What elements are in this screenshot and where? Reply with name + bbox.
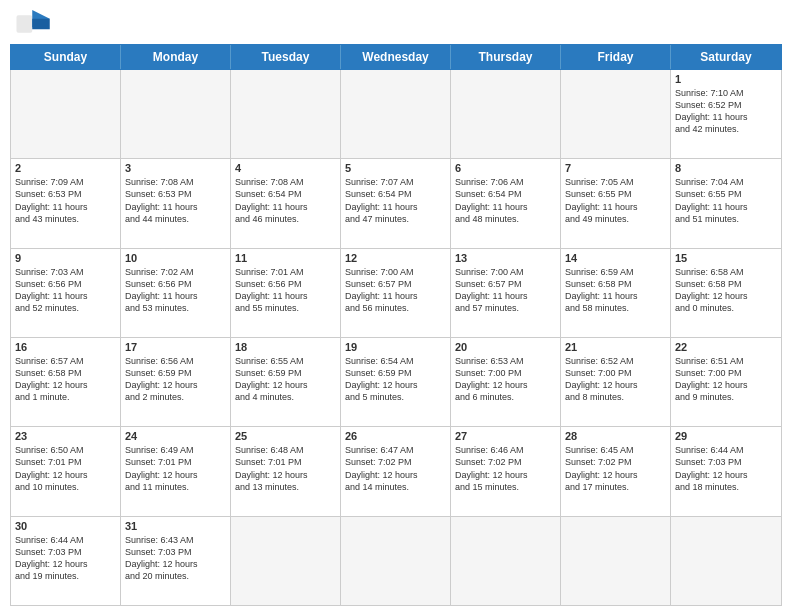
calendar-cell: 7Sunrise: 7:05 AM Sunset: 6:55 PM Daylig… bbox=[561, 159, 671, 247]
day-info: Sunrise: 6:47 AM Sunset: 7:02 PM Dayligh… bbox=[345, 444, 446, 493]
day-info: Sunrise: 7:10 AM Sunset: 6:52 PM Dayligh… bbox=[675, 87, 777, 136]
calendar-cell: 13Sunrise: 7:00 AM Sunset: 6:57 PM Dayli… bbox=[451, 249, 561, 337]
calendar-cell: 2Sunrise: 7:09 AM Sunset: 6:53 PM Daylig… bbox=[11, 159, 121, 247]
calendar-cell: 18Sunrise: 6:55 AM Sunset: 6:59 PM Dayli… bbox=[231, 338, 341, 426]
day-info: Sunrise: 7:06 AM Sunset: 6:54 PM Dayligh… bbox=[455, 176, 556, 225]
day-number: 10 bbox=[125, 252, 226, 264]
day-info: Sunrise: 6:55 AM Sunset: 6:59 PM Dayligh… bbox=[235, 355, 336, 404]
day-info: Sunrise: 7:03 AM Sunset: 6:56 PM Dayligh… bbox=[15, 266, 116, 315]
day-info: Sunrise: 6:43 AM Sunset: 7:03 PM Dayligh… bbox=[125, 534, 226, 583]
day-number: 6 bbox=[455, 162, 556, 174]
day-info: Sunrise: 7:00 AM Sunset: 6:57 PM Dayligh… bbox=[455, 266, 556, 315]
calendar-cell: 21Sunrise: 6:52 AM Sunset: 7:00 PM Dayli… bbox=[561, 338, 671, 426]
day-number: 22 bbox=[675, 341, 777, 353]
calendar-cell bbox=[341, 70, 451, 158]
calendar-cell: 30Sunrise: 6:44 AM Sunset: 7:03 PM Dayli… bbox=[11, 517, 121, 605]
day-info: Sunrise: 7:07 AM Sunset: 6:54 PM Dayligh… bbox=[345, 176, 446, 225]
weekday-header: Monday bbox=[121, 45, 231, 69]
day-number: 17 bbox=[125, 341, 226, 353]
day-number: 27 bbox=[455, 430, 556, 442]
calendar-cell: 4Sunrise: 7:08 AM Sunset: 6:54 PM Daylig… bbox=[231, 159, 341, 247]
calendar-cell bbox=[121, 70, 231, 158]
calendar-row: 9Sunrise: 7:03 AM Sunset: 6:56 PM Daylig… bbox=[11, 248, 781, 337]
calendar-cell bbox=[561, 517, 671, 605]
calendar-row: 16Sunrise: 6:57 AM Sunset: 6:58 PM Dayli… bbox=[11, 337, 781, 426]
day-number: 25 bbox=[235, 430, 336, 442]
day-number: 4 bbox=[235, 162, 336, 174]
calendar-row: 30Sunrise: 6:44 AM Sunset: 7:03 PM Dayli… bbox=[11, 516, 781, 605]
day-info: Sunrise: 6:48 AM Sunset: 7:01 PM Dayligh… bbox=[235, 444, 336, 493]
calendar-cell: 3Sunrise: 7:08 AM Sunset: 6:53 PM Daylig… bbox=[121, 159, 231, 247]
day-number: 3 bbox=[125, 162, 226, 174]
calendar-cell: 22Sunrise: 6:51 AM Sunset: 7:00 PM Dayli… bbox=[671, 338, 781, 426]
day-info: Sunrise: 6:50 AM Sunset: 7:01 PM Dayligh… bbox=[15, 444, 116, 493]
day-number: 14 bbox=[565, 252, 666, 264]
day-info: Sunrise: 6:44 AM Sunset: 7:03 PM Dayligh… bbox=[675, 444, 777, 493]
calendar-cell: 5Sunrise: 7:07 AM Sunset: 6:54 PM Daylig… bbox=[341, 159, 451, 247]
day-number: 26 bbox=[345, 430, 446, 442]
day-number: 29 bbox=[675, 430, 777, 442]
day-info: Sunrise: 6:59 AM Sunset: 6:58 PM Dayligh… bbox=[565, 266, 666, 315]
day-info: Sunrise: 7:04 AM Sunset: 6:55 PM Dayligh… bbox=[675, 176, 777, 225]
calendar-cell bbox=[561, 70, 671, 158]
day-number: 23 bbox=[15, 430, 116, 442]
calendar-cell: 10Sunrise: 7:02 AM Sunset: 6:56 PM Dayli… bbox=[121, 249, 231, 337]
calendar-cell: 19Sunrise: 6:54 AM Sunset: 6:59 PM Dayli… bbox=[341, 338, 451, 426]
logo bbox=[16, 10, 56, 38]
day-number: 31 bbox=[125, 520, 226, 532]
calendar-cell bbox=[231, 70, 341, 158]
svg-rect-0 bbox=[17, 15, 33, 33]
day-info: Sunrise: 6:56 AM Sunset: 6:59 PM Dayligh… bbox=[125, 355, 226, 404]
weekday-header: Thursday bbox=[451, 45, 561, 69]
calendar-cell: 25Sunrise: 6:48 AM Sunset: 7:01 PM Dayli… bbox=[231, 427, 341, 515]
calendar-cell: 31Sunrise: 6:43 AM Sunset: 7:03 PM Dayli… bbox=[121, 517, 231, 605]
day-info: Sunrise: 6:44 AM Sunset: 7:03 PM Dayligh… bbox=[15, 534, 116, 583]
day-number: 21 bbox=[565, 341, 666, 353]
calendar-cell: 11Sunrise: 7:01 AM Sunset: 6:56 PM Dayli… bbox=[231, 249, 341, 337]
calendar-cell: 23Sunrise: 6:50 AM Sunset: 7:01 PM Dayli… bbox=[11, 427, 121, 515]
day-number: 13 bbox=[455, 252, 556, 264]
calendar-cell: 15Sunrise: 6:58 AM Sunset: 6:58 PM Dayli… bbox=[671, 249, 781, 337]
calendar-row: 23Sunrise: 6:50 AM Sunset: 7:01 PM Dayli… bbox=[11, 426, 781, 515]
day-number: 5 bbox=[345, 162, 446, 174]
day-info: Sunrise: 6:52 AM Sunset: 7:00 PM Dayligh… bbox=[565, 355, 666, 404]
calendar-header: SundayMondayTuesdayWednesdayThursdayFrid… bbox=[10, 44, 782, 70]
calendar-row: 1Sunrise: 7:10 AM Sunset: 6:52 PM Daylig… bbox=[11, 70, 781, 158]
day-info: Sunrise: 7:09 AM Sunset: 6:53 PM Dayligh… bbox=[15, 176, 116, 225]
calendar-cell: 20Sunrise: 6:53 AM Sunset: 7:00 PM Dayli… bbox=[451, 338, 561, 426]
day-info: Sunrise: 6:53 AM Sunset: 7:00 PM Dayligh… bbox=[455, 355, 556, 404]
calendar-cell bbox=[231, 517, 341, 605]
calendar-cell: 14Sunrise: 6:59 AM Sunset: 6:58 PM Dayli… bbox=[561, 249, 671, 337]
calendar-cell: 24Sunrise: 6:49 AM Sunset: 7:01 PM Dayli… bbox=[121, 427, 231, 515]
calendar-row: 2Sunrise: 7:09 AM Sunset: 6:53 PM Daylig… bbox=[11, 158, 781, 247]
calendar: SundayMondayTuesdayWednesdayThursdayFrid… bbox=[0, 44, 792, 612]
day-info: Sunrise: 7:00 AM Sunset: 6:57 PM Dayligh… bbox=[345, 266, 446, 315]
calendar-cell: 9Sunrise: 7:03 AM Sunset: 6:56 PM Daylig… bbox=[11, 249, 121, 337]
weekday-header: Sunday bbox=[11, 45, 121, 69]
day-info: Sunrise: 6:51 AM Sunset: 7:00 PM Dayligh… bbox=[675, 355, 777, 404]
day-number: 9 bbox=[15, 252, 116, 264]
calendar-body: 1Sunrise: 7:10 AM Sunset: 6:52 PM Daylig… bbox=[10, 70, 782, 606]
svg-marker-2 bbox=[32, 19, 50, 30]
calendar-cell bbox=[341, 517, 451, 605]
weekday-header: Saturday bbox=[671, 45, 781, 69]
day-info: Sunrise: 7:05 AM Sunset: 6:55 PM Dayligh… bbox=[565, 176, 666, 225]
weekday-header: Tuesday bbox=[231, 45, 341, 69]
day-number: 24 bbox=[125, 430, 226, 442]
header bbox=[0, 0, 792, 44]
day-info: Sunrise: 6:49 AM Sunset: 7:01 PM Dayligh… bbox=[125, 444, 226, 493]
day-number: 1 bbox=[675, 73, 777, 85]
calendar-cell bbox=[11, 70, 121, 158]
page: SundayMondayTuesdayWednesdayThursdayFrid… bbox=[0, 0, 792, 612]
weekday-header: Wednesday bbox=[341, 45, 451, 69]
day-number: 20 bbox=[455, 341, 556, 353]
day-number: 30 bbox=[15, 520, 116, 532]
logo-icon bbox=[16, 10, 52, 38]
day-number: 19 bbox=[345, 341, 446, 353]
day-info: Sunrise: 7:08 AM Sunset: 6:53 PM Dayligh… bbox=[125, 176, 226, 225]
calendar-cell: 29Sunrise: 6:44 AM Sunset: 7:03 PM Dayli… bbox=[671, 427, 781, 515]
calendar-cell: 1Sunrise: 7:10 AM Sunset: 6:52 PM Daylig… bbox=[671, 70, 781, 158]
day-number: 12 bbox=[345, 252, 446, 264]
day-number: 11 bbox=[235, 252, 336, 264]
day-info: Sunrise: 7:01 AM Sunset: 6:56 PM Dayligh… bbox=[235, 266, 336, 315]
